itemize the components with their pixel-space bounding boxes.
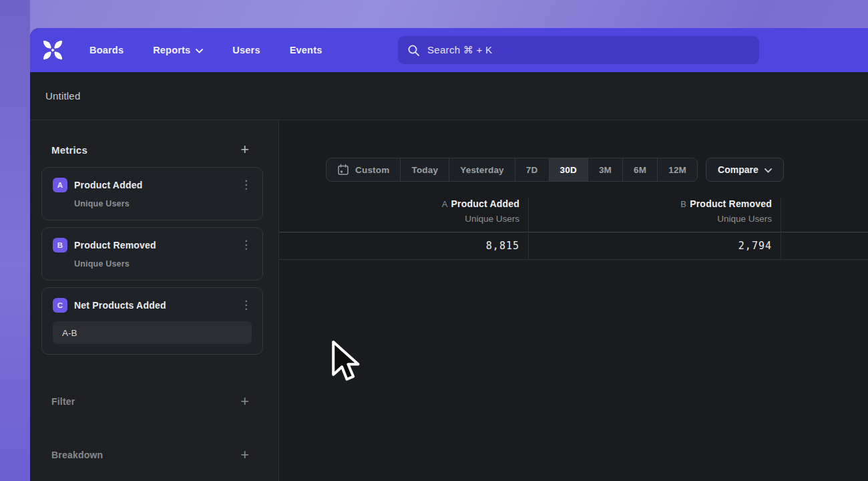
results-panel: Custom Today Yesterday 7D 30D 3M 6M 12M … [279, 120, 868, 481]
column-name: Product Removed [690, 198, 772, 209]
value-cell-spacer [781, 232, 868, 260]
add-breakdown-button[interactable]: + [240, 448, 249, 462]
column-header-b[interactable]: BProduct Removed Unique Users [529, 197, 781, 232]
chevron-down-icon [765, 168, 772, 173]
report-title[interactable]: Untitled [45, 90, 80, 102]
range-label: 7D [526, 165, 538, 175]
desktop-background: Boards Reports Users Events Search [0, 0, 868, 481]
metric-name: Product Removed [74, 240, 156, 251]
metrics-header: Metrics + [30, 140, 278, 159]
range-today-button[interactable]: Today [400, 158, 449, 181]
nav-item-label: Boards [89, 45, 124, 55]
column-header-a[interactable]: AProduct Added Unique Users [279, 197, 529, 232]
column-subheader: Unique Users [529, 214, 772, 224]
column-name: Product Added [451, 198, 519, 209]
value-cell-a[interactable]: 8,815 [279, 232, 529, 260]
results-table: AProduct Added Unique Users BProduct Rem… [279, 197, 868, 260]
kebab-menu-icon[interactable]: ⋮ [240, 301, 252, 309]
metric-badge-b: B [53, 238, 67, 253]
metric-name: Product Added [74, 180, 142, 190]
compare-label: Compare [718, 164, 758, 175]
metric-measurement[interactable]: Unique Users [74, 259, 252, 269]
range-30d-button[interactable]: 30D [549, 158, 588, 181]
date-range-segmented-control: Custom Today Yesterday 7D 30D 3M 6M 12M [326, 158, 698, 182]
metric-card-a[interactable]: A Product Added ⋮ Unique Users [41, 167, 263, 220]
nav-item-events[interactable]: Events [290, 45, 322, 55]
formula-input[interactable]: A-B [53, 321, 252, 344]
column-badge: A [442, 199, 448, 209]
nav-item-reports[interactable]: Reports [153, 45, 203, 55]
range-label: Custom [355, 165, 389, 175]
compare-button[interactable]: Compare [706, 158, 784, 182]
report-header: Untitled [30, 72, 868, 120]
query-sidebar: Metrics + A Product Added ⋮ Unique Users… [30, 120, 279, 481]
breakdown-label: Breakdown [51, 450, 103, 460]
search-placeholder: Search ⌘ + K [427, 44, 492, 56]
nav-menu: Boards Reports Users Events [89, 45, 322, 55]
kebab-menu-icon[interactable]: ⋮ [240, 181, 252, 189]
add-metric-button[interactable]: + [240, 142, 249, 157]
add-filter-button[interactable]: + [240, 394, 249, 409]
breakdown-section: Breakdown + [30, 446, 278, 464]
filter-section: Filter + [30, 392, 278, 411]
range-label: 6M [634, 165, 646, 175]
range-yesterday-button[interactable]: Yesterday [449, 158, 515, 181]
value-cell-b[interactable]: 2,794 [529, 232, 781, 260]
app-window: Boards Reports Users Events Search [30, 28, 868, 481]
range-label: 30D [560, 165, 577, 175]
metric-card-c[interactable]: C Net Products Added ⋮ A-B [41, 287, 263, 355]
range-label: Yesterday [460, 165, 504, 175]
range-label: 3M [599, 165, 612, 175]
range-7d-button[interactable]: 7D [515, 158, 549, 181]
mixpanel-logo-icon[interactable] [41, 39, 64, 61]
top-navbar: Boards Reports Users Events Search [30, 28, 868, 72]
metric-badge-a: A [53, 178, 67, 192]
range-label: Today [411, 165, 438, 175]
range-6m-button[interactable]: 6M [622, 158, 657, 181]
filter-label: Filter [51, 396, 75, 407]
metrics-title: Metrics [51, 144, 87, 156]
metric-card-b[interactable]: B Product Removed ⋮ Unique Users [41, 227, 263, 281]
date-range-toolbar: Custom Today Yesterday 7D 30D 3M 6M 12M … [326, 158, 868, 182]
range-custom-button[interactable]: Custom [327, 158, 400, 181]
chevron-down-icon [196, 49, 203, 53]
column-badge: B [680, 199, 686, 209]
range-label: 12M [668, 165, 686, 175]
metric-badge-c: C [53, 298, 67, 313]
nav-item-label: Events [290, 45, 322, 55]
metric-measurement[interactable]: Unique Users [74, 199, 252, 208]
calendar-icon [337, 164, 349, 176]
metric-name: Net Products Added [74, 300, 166, 311]
nav-item-users[interactable]: Users [232, 45, 260, 55]
range-3m-button[interactable]: 3M [588, 158, 622, 181]
kebab-menu-icon[interactable]: ⋮ [240, 241, 252, 249]
column-subheader: Unique Users [279, 214, 519, 224]
search-icon [407, 44, 420, 57]
search-input[interactable]: Search ⌘ + K [398, 36, 759, 64]
nav-item-label: Users [232, 45, 260, 55]
column-header-spacer [781, 197, 868, 232]
nav-item-label: Reports [153, 45, 190, 55]
nav-item-boards[interactable]: Boards [89, 45, 124, 55]
range-12m-button[interactable]: 12M [657, 158, 697, 181]
